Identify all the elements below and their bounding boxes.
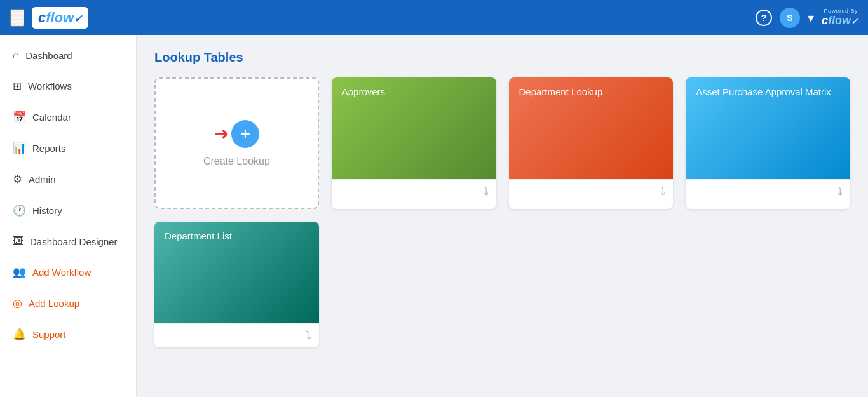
reports-icon: 📊 <box>13 142 26 155</box>
approvers-enter-icon[interactable]: ⤵ <box>483 185 489 198</box>
department-lookup-enter-icon[interactable]: ⤵ <box>660 185 665 198</box>
department-lookup-card-footer: ⤵ <box>509 179 674 203</box>
help-button[interactable]: ? <box>756 10 772 26</box>
sidebar-label-add-workflow: Add Workflow <box>32 267 91 278</box>
header: ☰ cflow✓ ? S ▾ Powered By cflow✓ <box>0 0 868 35</box>
asset-purchase-card-body: Asset Purchase Approval Matrix <box>686 77 850 179</box>
department-lookup-card[interactable]: Department Lookup ⤵ <box>509 77 674 209</box>
cards-row2: Department List ⤵ <box>154 222 850 347</box>
dashboard-designer-icon: 🖼 <box>13 235 24 248</box>
department-list-card-body: Department List <box>154 222 319 323</box>
create-arrow-plus: ➜ + <box>214 120 259 148</box>
sidebar-item-support[interactable]: 🔔 Support <box>0 319 136 350</box>
user-avatar: S <box>780 8 800 28</box>
main-content: Lookup Tables ➜ + Create Lookup Approver… <box>137 35 868 397</box>
create-lookup-label: Create Lookup <box>203 156 270 167</box>
sidebar-item-dashboard[interactable]: ⌂ Dashboard <box>0 40 136 71</box>
dashboard-icon: ⌂ <box>13 49 19 62</box>
sidebar-item-dashboard-designer[interactable]: 🖼 Dashboard Designer <box>0 226 136 257</box>
logo: cflow✓ <box>32 7 88 29</box>
sidebar-label-calendar: Calendar <box>32 112 71 123</box>
logo-text: cflow✓ <box>38 10 82 26</box>
asset-purchase-card-footer: ⤵ <box>686 179 850 203</box>
sidebar-label-dashboard-designer: Dashboard Designer <box>30 236 118 247</box>
page-title: Lookup Tables <box>154 50 850 65</box>
sidebar-label-dashboard: Dashboard <box>25 50 72 61</box>
sidebar-label-workflows: Workflows <box>28 81 72 91</box>
sidebar-label-admin: Admin <box>29 174 56 185</box>
department-list-title: Department List <box>165 231 232 241</box>
calendar-icon: 📅 <box>13 111 26 124</box>
sidebar-item-add-workflow[interactable]: 👥 Add Workflow <box>0 257 136 288</box>
asset-purchase-enter-icon[interactable]: ⤵ <box>837 185 843 198</box>
sidebar-item-history[interactable]: 🕐 History <box>0 195 136 226</box>
workflows-icon: ⊞ <box>13 79 22 93</box>
approvers-card-body: Approvers <box>332 77 496 179</box>
admin-icon: ⚙ <box>13 173 22 186</box>
plus-circle-icon: + <box>231 120 259 148</box>
cards-row1: ➜ + Create Lookup Approvers ⤵ Department… <box>154 77 850 209</box>
sidebar-item-add-lookup[interactable]: ◎ Add Lookup <box>0 288 136 319</box>
department-lookup-card-body: Department Lookup <box>509 77 674 179</box>
history-icon: 🕐 <box>13 204 26 217</box>
approvers-card-footer: ⤵ <box>332 179 496 203</box>
sidebar-item-admin[interactable]: ⚙ Admin <box>0 164 136 195</box>
sidebar-item-reports[interactable]: 📊 Reports <box>0 133 136 164</box>
powered-by: Powered By cflow✓ <box>822 8 858 27</box>
approvers-card[interactable]: Approvers ⤵ <box>332 77 496 209</box>
support-icon: 🔔 <box>13 328 26 341</box>
sidebar-label-support: Support <box>32 329 66 340</box>
approvers-title: Approvers <box>342 86 385 97</box>
sidebar-label-add-lookup: Add Lookup <box>29 298 79 309</box>
asset-purchase-title: Asset Purchase Approval Matrix <box>696 86 831 97</box>
sidebar-item-workflows[interactable]: ⊞ Workflows <box>0 71 136 102</box>
user-menu-button[interactable]: ▾ <box>808 10 814 25</box>
sidebar-label-history: History <box>32 205 62 216</box>
sidebar-label-reports: Reports <box>32 143 66 154</box>
department-list-card[interactable]: Department List ⤵ <box>154 222 319 347</box>
create-lookup-card[interactable]: ➜ + Create Lookup <box>154 77 319 209</box>
arrow-right-icon: ➜ <box>214 123 229 144</box>
asset-purchase-card[interactable]: Asset Purchase Approval Matrix ⤵ <box>686 77 850 209</box>
department-list-card-footer: ⤵ <box>154 323 319 347</box>
sidebar-item-calendar[interactable]: 📅 Calendar <box>0 102 136 133</box>
add-lookup-icon: ◎ <box>13 297 22 310</box>
department-list-enter-icon[interactable]: ⤵ <box>306 329 311 342</box>
department-lookup-title: Department Lookup <box>519 86 603 97</box>
sidebar: ⌂ Dashboard ⊞ Workflows 📅 Calendar 📊 Rep… <box>0 35 137 397</box>
add-workflow-icon: 👥 <box>13 266 26 279</box>
hamburger-button[interactable]: ☰ <box>10 9 24 27</box>
